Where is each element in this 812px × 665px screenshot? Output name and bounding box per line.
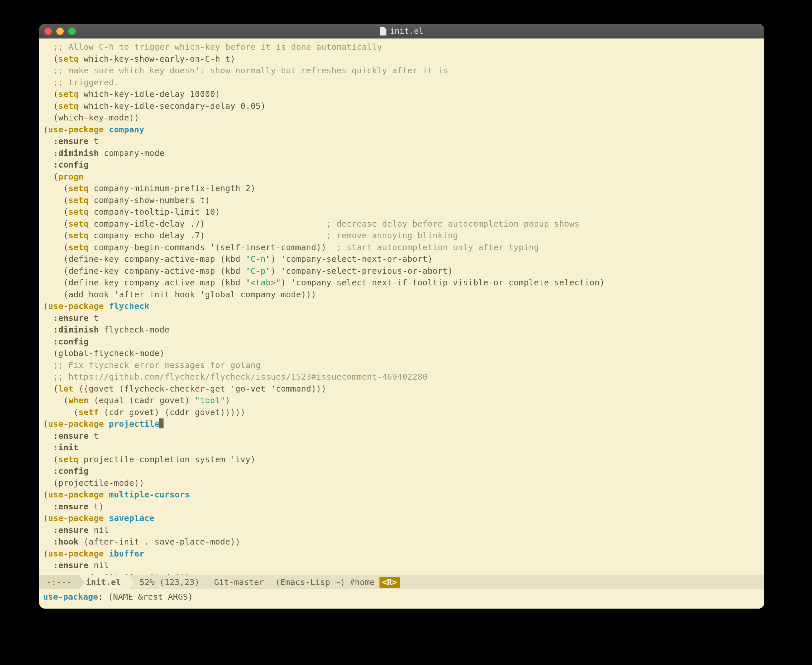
modeline: -:--- init.el 52% (123,23) Git-master (E… xyxy=(39,575,764,589)
modeline-tag: #home xyxy=(350,577,374,587)
modeline-major-mode[interactable]: (Emacs-Lisp ~) xyxy=(275,577,345,587)
minibuffer[interactable]: use-package: (NAME &rest ARGS) xyxy=(39,589,764,609)
zoom-button[interactable] xyxy=(68,28,76,35)
emacs-window: init.el ;; Allow C-h to trigger which-ke… xyxy=(39,24,764,609)
traffic-lights xyxy=(44,28,76,35)
code-editor[interactable]: ;; Allow C-h to trigger which-key before… xyxy=(39,38,764,575)
modeline-buffer-name[interactable]: init.el xyxy=(78,575,128,589)
window-title: init.el xyxy=(39,26,764,36)
file-icon xyxy=(380,27,386,36)
modeline-status: -:--- xyxy=(39,575,78,589)
close-button[interactable] xyxy=(44,28,52,35)
modeline-indicator: <R> xyxy=(379,577,400,588)
modeline-vcs: Git-master xyxy=(207,575,271,589)
title-text: init.el xyxy=(390,26,423,36)
titlebar: init.el xyxy=(39,24,764,38)
minimize-button[interactable] xyxy=(56,28,64,35)
modeline-position: 52% (123,23) xyxy=(128,575,207,589)
text-cursor xyxy=(159,418,163,428)
code-line: ;; Allow C-h to trigger which-key before… xyxy=(43,42,382,52)
